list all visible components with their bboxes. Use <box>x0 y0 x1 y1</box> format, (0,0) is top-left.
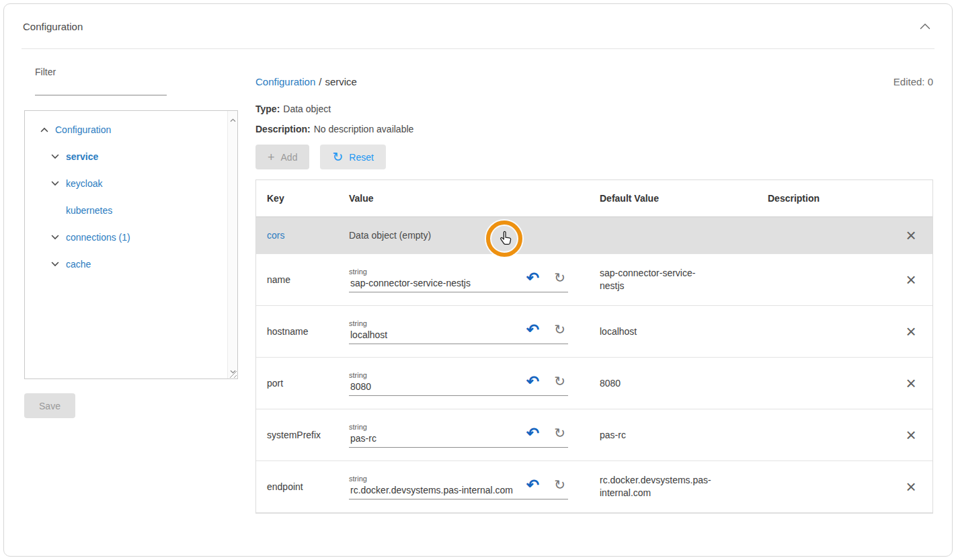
value-type-label: string <box>349 371 526 379</box>
tree-item-label[interactable]: keycloak <box>66 178 102 189</box>
object-value-text: Data object (empty) <box>349 230 431 241</box>
configuration-panel: Configuration Filter Configuration <box>3 3 953 557</box>
table-row-name: name string ↶ ↻ sap-connector-service-ne… <box>256 254 932 306</box>
col-header-key: Key <box>256 193 349 204</box>
table-row-cors[interactable]: cors Data object (empty) × <box>256 217 932 254</box>
table-row-port: port string ↶ ↻ 8080 × <box>256 358 932 409</box>
reset-value-icon[interactable]: ↻ <box>554 426 565 440</box>
row-key: hostname <box>256 326 349 337</box>
value-type-label: string <box>349 475 526 483</box>
tree-item-kubernetes[interactable]: kubernetes <box>25 197 237 224</box>
row-key: name <box>256 274 349 285</box>
value-type-label: string <box>349 423 526 431</box>
col-header-default: Default Value <box>600 193 768 204</box>
reset-button-label: Reset <box>349 152 374 163</box>
reset-value-icon[interactable]: ↻ <box>554 374 565 388</box>
save-button[interactable]: Save <box>24 393 75 418</box>
panel-title: Configuration <box>23 21 83 32</box>
edited-count: Edited: 0 <box>893 76 933 87</box>
tree-item-label[interactable]: Configuration <box>55 124 111 135</box>
scroll-up-icon[interactable] <box>230 113 236 125</box>
type-line: Type:Data object <box>255 104 933 114</box>
chevron-up-icon[interactable] <box>40 125 49 134</box>
add-button-label: Add <box>281 152 298 163</box>
tree-item-label[interactable]: service <box>66 151 98 162</box>
row-key: endpoint <box>256 481 349 492</box>
sidebar: Filter Configuration service <box>4 49 241 514</box>
value-field: string ↶ ↻ <box>349 319 568 344</box>
plus-icon: + <box>268 151 275 163</box>
delete-icon[interactable]: × <box>906 477 916 497</box>
value-type-label: string <box>349 268 526 276</box>
value-input[interactable] <box>349 431 526 444</box>
description-line: Description:No description available <box>255 124 933 134</box>
reset-value-icon[interactable]: ↻ <box>554 271 565 284</box>
table-row-hostname: hostname string ↶ ↻ localhost <box>256 306 932 358</box>
delete-icon[interactable]: × <box>906 373 916 393</box>
tree-item-cache[interactable]: cache <box>25 251 237 278</box>
table-header-row: Key Value Default Value Description <box>256 180 932 217</box>
default-value: 8080 <box>600 377 621 390</box>
breadcrumb-root-link[interactable]: Configuration <box>255 76 315 87</box>
tree-scrollbar[interactable] <box>227 111 237 378</box>
refresh-icon: ↻ <box>332 151 343 163</box>
config-table: Key Value Default Value Description cors… <box>255 179 933 514</box>
col-header-description: Description <box>768 193 889 204</box>
row-key: port <box>256 378 349 389</box>
delete-icon[interactable]: × <box>906 321 916 342</box>
chevron-down-icon[interactable] <box>50 152 60 161</box>
breadcrumb-separator: / <box>319 76 321 87</box>
panel-header: Configuration <box>4 4 952 48</box>
tree-item-label[interactable]: connections (1) <box>66 232 130 243</box>
value-input[interactable] <box>349 327 526 340</box>
chevron-down-icon[interactable] <box>50 233 60 242</box>
chevron-down-icon[interactable] <box>50 179 60 188</box>
table-row-endpoint: endpoint string ↶ ↻ rc.docker.devsystems… <box>256 461 932 513</box>
value-field: string ↶ ↻ <box>349 371 568 396</box>
default-value: rc.docker.devsystems.pas-internal.com <box>600 474 717 499</box>
reset-value-icon[interactable]: ↻ <box>554 478 565 491</box>
undo-icon[interactable]: ↶ <box>526 426 539 441</box>
tree-item-label[interactable]: cache <box>66 259 91 270</box>
reset-value-icon[interactable]: ↻ <box>554 323 565 336</box>
default-value: sap-connector-service-nestjs <box>600 267 717 292</box>
collapse-panel-button[interactable] <box>917 19 933 34</box>
undo-icon[interactable]: ↶ <box>526 270 539 286</box>
value-input[interactable] <box>349 276 526 288</box>
row-key-link[interactable]: cors <box>267 230 284 241</box>
filter-input[interactable] <box>35 77 167 95</box>
filter-label: Filter <box>35 67 167 77</box>
chevron-down-icon[interactable] <box>50 259 60 269</box>
table-row-systemPrefix: systemPrefix string ↶ ↻ pas-rc <box>256 409 932 461</box>
description-value: No description available <box>314 124 414 134</box>
delete-icon[interactable]: × <box>906 270 916 290</box>
type-label: Type: <box>255 104 280 114</box>
col-header-value: Value <box>349 193 600 204</box>
reset-button[interactable]: ↻ Reset <box>320 145 386 169</box>
undo-icon[interactable]: ↶ <box>526 374 539 389</box>
config-tree: Configuration service keycloak <box>24 110 238 379</box>
default-value: pas-rc <box>600 429 626 442</box>
breadcrumb: Configuration/service <box>255 76 357 87</box>
tree-item-keycloak[interactable]: keycloak <box>25 170 237 197</box>
description-label: Description: <box>255 124 311 134</box>
tree-item-configuration[interactable]: Configuration <box>25 116 237 143</box>
undo-icon[interactable]: ↶ <box>526 477 539 493</box>
delete-icon[interactable]: × <box>906 225 916 245</box>
value-input[interactable] <box>349 379 526 392</box>
undo-icon[interactable]: ↶ <box>526 322 539 337</box>
tree-item-label[interactable]: kubernetes <box>66 205 112 216</box>
tree-item-service[interactable]: service <box>25 143 237 170</box>
breadcrumb-current: service <box>325 76 357 87</box>
delete-icon[interactable]: × <box>906 425 916 445</box>
default-value: localhost <box>600 325 637 338</box>
add-button[interactable]: + Add <box>255 145 309 169</box>
tree-item-connections[interactable]: connections (1) <box>25 224 237 251</box>
value-input[interactable] <box>349 483 526 495</box>
main-panel: Configuration/service Edited: 0 Type:Dat… <box>241 49 952 514</box>
filter-field: Filter <box>35 67 167 95</box>
value-field: string ↶ ↻ <box>349 423 568 448</box>
type-value: Data object <box>283 104 331 114</box>
value-field: string ↶ ↻ <box>349 268 568 292</box>
value-field: string ↶ ↻ <box>349 475 568 499</box>
